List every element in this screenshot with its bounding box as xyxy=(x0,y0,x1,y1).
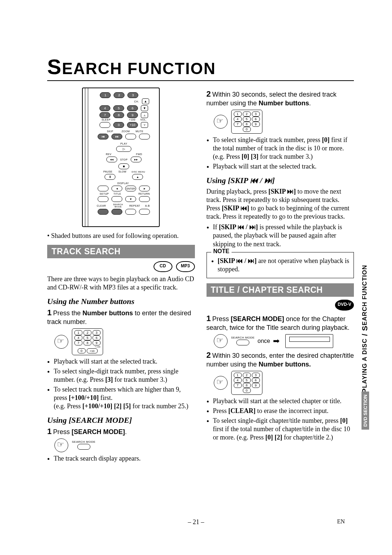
subhead-searchmode: Using [SEARCH MODE] xyxy=(47,416,195,425)
remote-caption: • Shaded buttons are used for following … xyxy=(47,232,195,240)
step-1b: 1Press [SEARCH MODE]. xyxy=(47,426,195,437)
searchmode-once-figure: SEARCH MODE once ➡ xyxy=(214,334,354,348)
bullets-c: To select single-digit track number, pre… xyxy=(207,136,354,171)
intro-text: There are three ways to begin playback o… xyxy=(47,275,195,292)
mp3-badge: MP3 xyxy=(176,261,195,272)
hand-icon xyxy=(214,334,228,348)
step-2: 2Within 30 seconds, select the desired t… xyxy=(207,89,354,108)
osd-display xyxy=(285,334,333,348)
note-box: NOTE [SKIP ⏮ / ⏭] are not operative when… xyxy=(207,252,354,278)
hand-icon xyxy=(54,438,68,452)
skip-bullet: If [SKIP ⏮ / ⏭] is pressed while the pla… xyxy=(207,223,354,248)
arrow-right-icon: ➡ xyxy=(273,336,279,345)
skip-paragraph: During playback, press [SKIP ⏭] to move … xyxy=(207,187,354,221)
keypad-figure-a: 123 456 789 +100 0+10 xyxy=(54,328,195,355)
cd-badge: CD xyxy=(154,261,172,272)
bullets-a: Playback will start at the selected trac… xyxy=(47,357,195,410)
side-tab-dvd: DVD SECTION xyxy=(362,392,369,430)
remote-diagram: 1 2 3 CH. ▲ 4 5 6 ▼ xyxy=(82,88,160,227)
subhead-skip: Using [SKIP ⏮ / ⏭] xyxy=(207,176,354,185)
subhead-number-buttons: Using the Number buttons xyxy=(47,297,195,306)
track-search-heading: TRACK SEARCH xyxy=(47,245,195,258)
page-title: SEARCH FUNCTION xyxy=(47,54,354,79)
step-1a: 1Press the Number buttons to enter the d… xyxy=(47,308,195,326)
tc-step-1: 1Press [SEARCH MODE] once for the Chapte… xyxy=(207,313,354,332)
dvd-badge-row: DVD-V xyxy=(207,300,354,311)
dvd-badge: DVD-V xyxy=(335,300,354,311)
page-footer: – 21 – EN xyxy=(0,518,392,526)
hand-icon xyxy=(214,115,228,129)
hand-icon xyxy=(54,335,68,349)
media-badges: CD MP3 xyxy=(47,261,195,272)
hand-icon xyxy=(214,376,228,390)
searchmode-figure: SEARCH MODE xyxy=(54,438,195,452)
side-tab-section: PLAYING A DISC / SEARCH FUNCTION xyxy=(360,265,369,393)
keypad-figure-c: 123 456 789 0 xyxy=(214,371,354,395)
bullet-b: The track search display appears. xyxy=(47,454,195,463)
tc-bullets: Playback will start at the selected chap… xyxy=(207,397,354,442)
title-rule xyxy=(47,80,354,81)
keypad-figure-b: 123 456 789 0 xyxy=(214,110,354,134)
tc-step-2: 2Within 30 seconds, enter the desired ch… xyxy=(207,350,354,369)
title-chapter-heading: TITLE / CHAPTER SEARCH xyxy=(207,283,354,297)
